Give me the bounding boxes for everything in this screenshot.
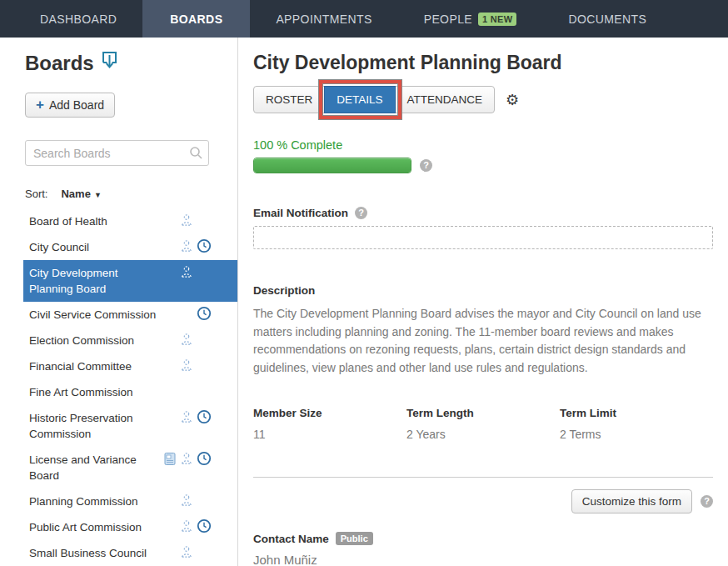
customize-row: Customize this form ? xyxy=(253,489,713,513)
board-name: Board of Health xyxy=(29,213,107,229)
board-name: Public Art Commission xyxy=(29,519,142,535)
sort-caret-icon: ▼ xyxy=(94,191,102,199)
board-list-item[interactable]: Small Business Council xyxy=(23,540,237,566)
icon-slot-empty xyxy=(197,493,212,508)
help-icon[interactable]: ? xyxy=(355,207,367,219)
board-list-item[interactable]: Board of Health xyxy=(23,208,237,234)
vacancy-people-icon xyxy=(179,358,193,373)
board-status-icons xyxy=(163,332,212,347)
board-status-icons xyxy=(163,544,212,559)
icon-slot-empty xyxy=(163,238,176,253)
customize-form-button[interactable]: Customize this form xyxy=(571,489,692,513)
progress-section: 100 % Complete ? xyxy=(253,138,713,173)
search-icon xyxy=(189,146,203,163)
contact-section: Contact Name Public John Muñiz xyxy=(253,532,713,566)
attribute-label: Member Size xyxy=(253,407,406,419)
email-notification-input[interactable] xyxy=(253,226,713,249)
board-list-item[interactable]: License and Variance Board xyxy=(23,447,237,488)
board-list-item[interactable]: Planning Commission xyxy=(23,488,237,514)
tab-details[interactable]: DETAILS xyxy=(324,86,395,113)
tab-roster[interactable]: ROSTER xyxy=(253,86,325,113)
board-detail-panel: City Development Planning Board ROSTERDE… xyxy=(238,38,728,566)
board-name: Small Business Council xyxy=(29,545,147,561)
gear-icon[interactable]: ⚙ xyxy=(506,93,519,108)
icon-slot-empty xyxy=(197,213,212,228)
icon-slot-empty xyxy=(163,264,176,279)
attribute-term-limit: Term Limit2 Terms xyxy=(560,407,713,441)
attribute-member-size: Member Size11 xyxy=(253,407,406,441)
board-search xyxy=(25,140,209,166)
email-notification-label-row: Email Notification ? xyxy=(253,207,713,219)
sort-label: Sort: xyxy=(25,188,47,200)
board-list-item[interactable]: Fine Art Commission xyxy=(23,379,237,405)
icon-slot-empty xyxy=(163,544,176,559)
clock-icon xyxy=(197,306,212,321)
sort-selector[interactable]: Name▼ xyxy=(61,188,101,200)
icon-slot-empty xyxy=(197,383,212,398)
board-list-item[interactable]: City Development Planning Board xyxy=(23,260,237,302)
board-name: Fine Art Commission xyxy=(29,384,133,400)
tab-wrap-attendance: ATTENDANCE xyxy=(396,86,496,113)
description-section: Description The City Development Plannin… xyxy=(253,284,713,377)
vacancy-people-icon xyxy=(179,493,193,508)
icon-slot-empty xyxy=(197,358,212,373)
sort-row: Sort: Name▼ xyxy=(25,188,237,200)
nav-item-label: DASHBOARD xyxy=(40,13,117,26)
vacancy-people-icon xyxy=(179,264,193,279)
attribute-term-length: Term Length2 Years xyxy=(406,407,560,441)
boards-sidebar: Boards + Add Board Sort: Name▼ xyxy=(0,38,238,566)
nav-item-documents[interactable]: DOCUMENTS xyxy=(542,0,672,38)
top-nav: DASHBOARDBOARDSAPPOINTMENTSPEOPLE1 NEWDO… xyxy=(0,0,728,38)
board-list-item[interactable]: City Council xyxy=(23,234,237,260)
contact-name-label-row: Contact Name Public xyxy=(253,532,713,545)
board-attributes-row: Member Size11Term Length2 YearsTerm Limi… xyxy=(253,407,713,441)
board-list-item[interactable]: Public Art Commission xyxy=(23,514,237,540)
contact-name-label: Contact Name xyxy=(253,533,329,545)
board-status-icons xyxy=(163,493,212,508)
board-list-item[interactable]: Civil Service Commission xyxy=(23,302,237,328)
icon-slot-empty xyxy=(163,493,176,508)
progress-row: ? xyxy=(253,158,713,173)
clock-icon xyxy=(197,409,212,424)
add-board-button[interactable]: + Add Board xyxy=(25,93,115,118)
page-title: City Development Planning Board xyxy=(253,52,713,74)
board-list-item[interactable]: Historic Preservation Commission xyxy=(23,405,237,447)
board-tabs: ROSTERDETAILSATTENDANCE xyxy=(253,86,495,113)
board-list-item[interactable]: Financial Committee xyxy=(23,353,237,379)
progress-bar xyxy=(253,158,411,173)
nav-item-label: APPOINTMENTS xyxy=(276,13,371,26)
tab-wrap-roster: ROSTER xyxy=(253,86,325,113)
help-icon[interactable]: ? xyxy=(420,159,432,172)
nav-item-label: BOARDS xyxy=(170,13,222,26)
icon-slot-empty xyxy=(197,264,212,279)
board-status-icons xyxy=(163,306,212,321)
search-input[interactable] xyxy=(25,140,209,166)
tab-attendance[interactable]: ATTENDANCE xyxy=(395,86,496,113)
nav-item-people[interactable]: PEOPLE1 NEW xyxy=(398,0,543,38)
description-label: Description xyxy=(253,284,713,297)
board-status-icons xyxy=(163,383,212,398)
nav-item-boards[interactable]: BOARDS xyxy=(142,0,250,38)
plus-icon: + xyxy=(36,99,44,111)
vacancy-people-icon xyxy=(179,332,193,347)
nav-item-label: PEOPLE xyxy=(424,13,472,26)
attribute-value: 2 Terms xyxy=(560,428,713,441)
vacancy-people-icon xyxy=(179,409,193,424)
board-list-item[interactable]: Election Commission xyxy=(23,328,237,353)
attribute-label: Term Limit xyxy=(560,407,713,419)
icon-slot-empty xyxy=(163,358,176,373)
tab-wrap-details: DETAILS xyxy=(325,86,395,113)
nav-item-appointments[interactable]: APPOINTMENTS xyxy=(250,0,397,38)
nav-item-label: DOCUMENTS xyxy=(568,13,646,26)
icon-slot-empty xyxy=(163,409,176,424)
help-icon[interactable]: ? xyxy=(701,495,713,508)
icon-slot-empty xyxy=(179,383,193,398)
progress-label: 100 % Complete xyxy=(253,138,713,152)
sort-value: Name xyxy=(61,188,90,200)
download-icon[interactable] xyxy=(102,51,117,75)
vacancy-people-icon xyxy=(179,544,193,559)
nav-item-dashboard[interactable]: DASHBOARD xyxy=(14,0,142,38)
clock-icon xyxy=(197,518,212,533)
description-text: The City Development Planning Board advi… xyxy=(253,305,709,377)
sidebar-title-row: Boards xyxy=(25,51,237,75)
